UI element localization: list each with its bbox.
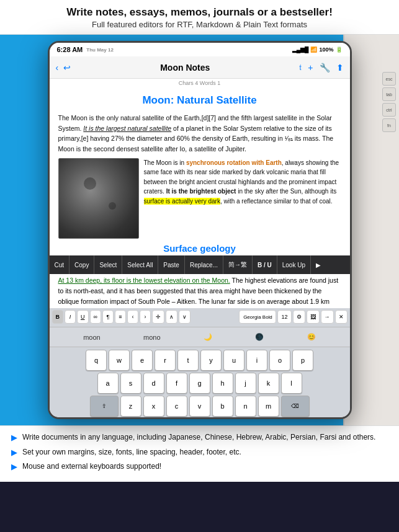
bullet-1: ▶ Write documents in any language, inclu… [11, 432, 388, 443]
arrow-icon-1: ▶ [11, 432, 17, 443]
key-shift[interactable]: ⇧ [90, 396, 119, 417]
ctx-select[interactable]: Select [94, 255, 122, 274]
device-wrapper: esc tab ctrl fn 6:28 AM Thu May 12 ▂▄▆█ … [0, 35, 399, 425]
status-icons: ▂▄▆█ 📶 100% 🔋 [292, 47, 343, 53]
ctx-lookup[interactable]: Look Up [277, 255, 311, 274]
up-button[interactable]: ∧ [166, 310, 177, 324]
suggest-mono[interactable]: mono [137, 332, 167, 342]
side-key: ctrl [382, 103, 396, 117]
ctx-select-all[interactable]: Select All [122, 255, 158, 274]
nav-title: Moon Notes [160, 63, 210, 73]
kbd-row-1: q w e r t y u i o p [51, 350, 349, 371]
key-w[interactable]: w [109, 350, 130, 371]
keyboard-suggestions: moon mono 🌙 🌑 😊 [50, 327, 350, 347]
ctx-more[interactable]: ▶ [311, 255, 326, 274]
add-icon[interactable]: + [308, 63, 313, 73]
key-o[interactable]: o [269, 350, 290, 371]
key-d[interactable]: d [143, 373, 164, 394]
key-c[interactable]: c [166, 396, 187, 417]
down-button[interactable]: ∨ [179, 310, 191, 324]
status-time: 6:28 AM [57, 46, 83, 53]
back-button[interactable]: ‹ [56, 63, 59, 73]
char-count: Chars 4 Words 1 [50, 79, 350, 87]
key-x[interactable]: x [143, 396, 164, 417]
key-q[interactable]: q [86, 350, 107, 371]
link-button[interactable]: ∞ [90, 310, 101, 324]
key-a[interactable]: a [97, 373, 119, 394]
key-p[interactable]: p [292, 350, 313, 371]
ctx-replace[interactable]: Replace... [185, 255, 223, 274]
font-size-button[interactable]: 12 [277, 310, 291, 324]
status-date: Thu May 12 [86, 47, 114, 53]
arrow-right-button[interactable]: › [140, 310, 151, 324]
close-button[interactable]: ✕ [335, 310, 347, 324]
arrow-icon-2: ▶ [11, 447, 17, 458]
arrow-left-button[interactable]: ‹ [127, 310, 138, 324]
text-below-menu: At 13 km deep, its floor is the lowest e… [50, 274, 350, 308]
keyboard-background: esc tab ctrl fn [343, 35, 399, 425]
nav-left: ‹ ↩ [56, 63, 71, 73]
italic-button[interactable]: I [65, 310, 76, 324]
wrench-icon[interactable]: 🔧 [320, 63, 330, 73]
ctx-paste[interactable]: Paste [158, 255, 185, 274]
undo-button[interactable]: ↩ [63, 63, 71, 73]
key-v[interactable]: v [189, 396, 210, 417]
key-u[interactable]: u [223, 350, 244, 371]
tag-icon[interactable]: 𝔱 [299, 62, 302, 73]
gear-button[interactable]: ⚙ [293, 310, 305, 324]
wifi-icon: 📶 [310, 47, 317, 53]
key-n[interactable]: n [235, 396, 256, 417]
bullet-3: ▶ Mouse and external keyboards supported… [11, 461, 388, 472]
nav-right: 𝔱 + 🔧 ⬆ [299, 62, 343, 73]
moon-image [58, 158, 139, 239]
suggest-emoji-2[interactable]: 🌑 [249, 332, 270, 342]
top-banner: Write notes, essays, memos, journals or … [0, 0, 399, 35]
bullet-2: ▶ Set your own margins, size, fonts, lin… [11, 447, 388, 458]
subtext: Full featured editors for RTF, Markdown … [12, 20, 387, 29]
context-menu: Cut Copy Select Select All Paste Replace… [50, 255, 350, 274]
key-g[interactable]: g [189, 373, 210, 394]
ctx-cut[interactable]: Cut [50, 255, 70, 274]
key-t[interactable]: t [177, 350, 199, 371]
side-key: esc [382, 72, 396, 86]
headline: Write notes, essays, memos, journals or … [12, 6, 387, 19]
key-m[interactable]: m [258, 396, 279, 417]
list-button[interactable]: ≡ [115, 310, 126, 324]
key-b[interactable]: b [212, 396, 233, 417]
toolbar: B I U ∞ ¶ ≡ ‹ › ✛ ∧ ∨ Georgia Bold 12 ⚙ … [50, 306, 350, 327]
bold-button[interactable]: B [52, 310, 64, 324]
bullet-text-2: Set your own margins, size, fonts, line … [22, 447, 241, 458]
side-key: tab [382, 87, 396, 101]
editor-title: Moon: Natural Satellite [58, 92, 341, 109]
editor-para-1: The Moon is the only natural satellite o… [58, 113, 341, 154]
key-j[interactable]: j [235, 373, 256, 394]
ctx-convert[interactable]: 简→繁 [223, 255, 253, 274]
cursor-button[interactable]: ✛ [152, 310, 164, 324]
suggest-emoji-1[interactable]: 🌙 [197, 332, 218, 342]
underline-button[interactable]: U [77, 310, 89, 324]
suggest-moon[interactable]: moon [77, 332, 107, 342]
key-i[interactable]: i [246, 350, 267, 371]
key-h[interactable]: h [212, 373, 233, 394]
key-f[interactable]: f [166, 373, 187, 394]
key-e[interactable]: e [132, 350, 153, 371]
key-r[interactable]: r [155, 350, 176, 371]
font-name-button[interactable]: Georgia Bold [239, 310, 276, 324]
key-s[interactable]: s [120, 373, 141, 394]
image-button[interactable]: 🖼 [307, 310, 320, 324]
key-backspace[interactable]: ⌫ [281, 396, 310, 417]
paragraph-button[interactable]: ¶ [102, 310, 114, 324]
key-k[interactable]: k [258, 373, 279, 394]
key-z[interactable]: z [120, 396, 141, 417]
ctx-format[interactable]: B / U [253, 255, 277, 274]
forward-button[interactable]: → [321, 310, 334, 324]
status-bar: 6:28 AM Thu May 12 ▂▄▆█ 📶 100% 🔋 [50, 43, 350, 56]
signal-icon: ▂▄▆█ [292, 47, 309, 53]
suggest-emoji-3[interactable]: 😊 [301, 332, 322, 342]
col-text: The Moon is in synchronous rotation with… [144, 158, 341, 239]
share-icon[interactable]: ⬆ [336, 63, 344, 73]
key-l[interactable]: l [281, 373, 302, 394]
kbd-row-2: a s d f g h j k l [51, 373, 349, 394]
key-y[interactable]: y [200, 350, 222, 371]
ctx-copy[interactable]: Copy [69, 255, 94, 274]
